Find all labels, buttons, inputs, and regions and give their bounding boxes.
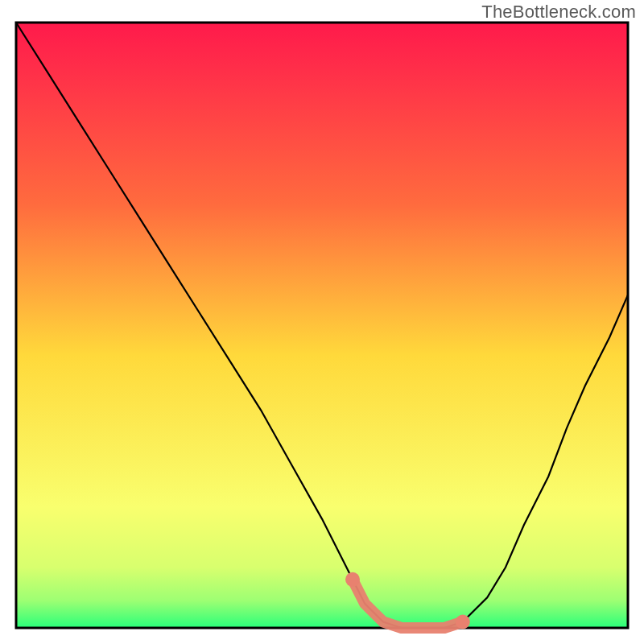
optimal-band-endpoint [345, 572, 360, 587]
bottleneck-chart [0, 0, 644, 644]
optimal-band-endpoint [456, 615, 470, 630]
gradient-background [16, 23, 628, 628]
chart-frame: TheBottleneck.com [0, 0, 644, 644]
watermark-text: TheBottleneck.com [481, 2, 636, 23]
